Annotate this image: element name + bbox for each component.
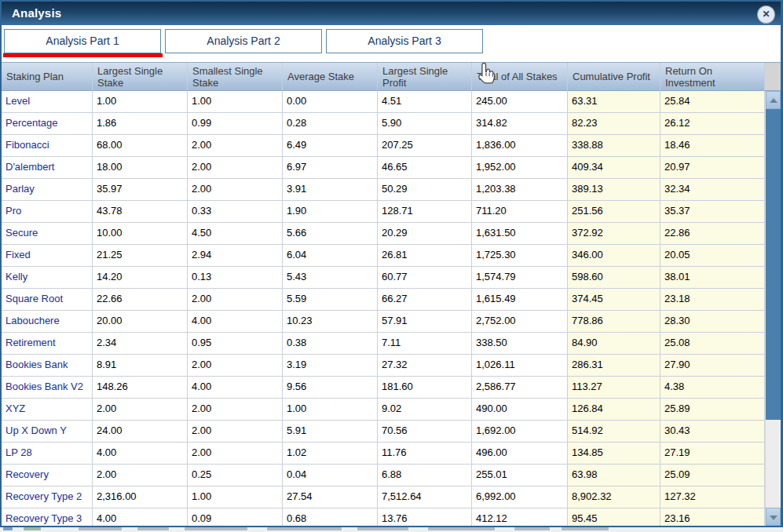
total-of-all-stakes-cell: 314.82 xyxy=(472,113,568,135)
cumulative-profit-cell: 8,902.32 xyxy=(568,486,660,508)
total-of-all-stakes-cell: 338.50 xyxy=(472,333,568,355)
return-on-investment-cell: 28.30 xyxy=(660,311,765,333)
staking-plan-cell: Up X Down Y xyxy=(2,421,93,443)
column-header-total-of-all-stakes[interactable]: Total of All Stakes xyxy=(472,63,568,91)
table-row[interactable]: Bookies Bank V2 148.26 4.00 9.56 181.60 … xyxy=(2,377,765,399)
smallest-single-stake-cell: 0.99 xyxy=(188,113,283,135)
cumulative-profit-cell: 338.88 xyxy=(568,135,660,157)
return-on-investment-cell: 38.01 xyxy=(660,267,765,289)
table-row[interactable]: LP 28 4.00 2.00 1.02 11.76 496.00 134.85… xyxy=(2,443,765,465)
scroll-down-icon xyxy=(770,516,778,520)
return-on-investment-cell: 23.18 xyxy=(660,289,765,311)
largest-single-stake-cell: 18.00 xyxy=(93,157,188,179)
staking-plan-cell: Recovery xyxy=(2,465,93,486)
total-of-all-stakes-cell: 1,631.50 xyxy=(472,223,568,245)
average-stake-cell: 0.38 xyxy=(283,333,378,355)
table-row[interactable]: Labouchere 20.00 4.00 10.23 57.91 2,752.… xyxy=(2,311,765,333)
total-of-all-stakes-cell: 1,692.00 xyxy=(472,421,568,443)
table-row[interactable]: Fixed 21.25 2.94 6.04 26.81 1,725.30 346… xyxy=(2,245,765,267)
largest-single-stake-cell: 2.34 xyxy=(93,333,188,355)
table-row[interactable]: Parlay 35.97 2.00 3.91 50.29 1,203.38 38… xyxy=(2,179,765,201)
scroll-down-button[interactable] xyxy=(766,508,781,526)
column-header-largest-single-stake[interactable]: Largest Single Stake xyxy=(93,63,188,91)
total-of-all-stakes-cell: 1,026.11 xyxy=(472,355,568,377)
smallest-single-stake-cell: 2.00 xyxy=(188,135,283,157)
scrollbar-thumb[interactable] xyxy=(766,109,781,420)
average-stake-cell: 6.49 xyxy=(283,135,378,157)
background-smudge xyxy=(357,527,408,530)
close-button[interactable]: ✕ xyxy=(758,6,774,23)
largest-single-stake-cell: 1.00 xyxy=(93,91,188,113)
smallest-single-stake-cell: 0.09 xyxy=(188,508,283,526)
table-row[interactable]: Recovery Type 3 4.00 0.09 0.68 13.76 412… xyxy=(2,508,765,526)
tab-analysis-part-3[interactable]: Analysis Part 3 xyxy=(326,29,483,53)
smallest-single-stake-cell: 2.94 xyxy=(188,245,283,267)
staking-plan-cell: Bookies Bank V2 xyxy=(2,377,93,399)
table-row[interactable]: Level 1.00 1.00 0.00 4.51 245.00 63.31 2… xyxy=(2,91,765,113)
table-row[interactable]: Fibonacci 68.00 2.00 6.49 207.25 1,836.0… xyxy=(2,135,765,157)
total-of-all-stakes-cell: 6,992.00 xyxy=(472,486,568,508)
return-on-investment-cell: 35.37 xyxy=(660,201,765,223)
largest-single-profit-cell: 4.51 xyxy=(378,91,472,113)
return-on-investment-cell: 20.05 xyxy=(660,245,765,267)
staking-plan-cell: Fibonacci xyxy=(2,135,93,157)
scroll-up-button[interactable] xyxy=(766,91,781,109)
total-of-all-stakes-cell: 1,574.79 xyxy=(472,267,568,289)
staking-plan-cell: Percentage xyxy=(2,113,93,135)
average-stake-cell: 27.54 xyxy=(283,486,378,508)
average-stake-cell: 6.97 xyxy=(283,157,378,179)
largest-single-profit-cell: 70.56 xyxy=(378,421,472,443)
total-of-all-stakes-cell: 496.00 xyxy=(472,443,568,465)
table-row[interactable]: Secure 10.00 4.50 5.66 20.29 1,631.50 37… xyxy=(2,223,765,245)
table-row[interactable]: Up X Down Y 24.00 2.00 5.91 70.56 1,692.… xyxy=(2,421,765,443)
table-row[interactable]: Retirement 2.34 0.95 0.38 7.11 338.50 84… xyxy=(2,333,765,355)
vertical-scrollbar[interactable] xyxy=(765,91,781,526)
table-row[interactable]: Recovery 2.00 0.25 0.04 6.88 255.01 63.9… xyxy=(2,465,765,486)
cumulative-profit-cell: 251.56 xyxy=(568,201,660,223)
return-on-investment-cell: 30.43 xyxy=(660,421,765,443)
smallest-single-stake-cell: 1.00 xyxy=(188,486,283,508)
largest-single-stake-cell: 68.00 xyxy=(93,135,188,157)
background-smudge xyxy=(137,527,169,530)
average-stake-cell: 0.28 xyxy=(283,113,378,135)
cumulative-profit-cell: 372.92 xyxy=(568,223,660,245)
background-smudge xyxy=(24,527,41,530)
tab-analysis-part-1[interactable]: Analysis Part 1 xyxy=(4,29,161,53)
table-row[interactable]: Kelly 14.20 0.13 5.43 60.77 1,574.79 598… xyxy=(2,267,765,289)
cumulative-profit-cell: 598.60 xyxy=(568,267,660,289)
tab-analysis-part-2[interactable]: Analysis Part 2 xyxy=(165,29,322,53)
background-smudge xyxy=(562,527,609,530)
title-bar[interactable]: Analysis ✕ xyxy=(2,2,781,25)
smallest-single-stake-cell: 2.00 xyxy=(188,157,283,179)
table-row[interactable]: Pro 43.78 0.33 1.90 128.71 711.20 251.56… xyxy=(2,201,765,223)
table-row[interactable]: D'alembert 18.00 2.00 6.97 46.65 1,952.0… xyxy=(2,157,765,179)
table-row[interactable]: Square Root 22.66 2.00 5.59 66.27 1,615.… xyxy=(2,289,765,311)
total-of-all-stakes-cell: 1,203.38 xyxy=(472,179,568,201)
table-body: Level 1.00 1.00 0.00 4.51 245.00 63.31 2… xyxy=(2,91,765,526)
return-on-investment-cell: 32.34 xyxy=(660,179,765,201)
column-header-average-stake[interactable]: Average Stake xyxy=(283,63,378,91)
background-smudge xyxy=(79,527,122,530)
smallest-single-stake-cell: 0.25 xyxy=(188,465,283,486)
table-row[interactable]: XYZ 2.00 2.00 1.00 9.02 490.00 126.84 25… xyxy=(2,399,765,421)
table-row[interactable]: Percentage 1.86 0.99 0.28 5.90 314.82 82… xyxy=(2,113,765,135)
staking-plan-cell: Bookies Bank xyxy=(2,355,93,377)
average-stake-cell: 5.43 xyxy=(283,267,378,289)
average-stake-cell: 1.90 xyxy=(283,201,378,223)
smallest-single-stake-cell: 4.00 xyxy=(188,311,283,333)
table-row[interactable]: Recovery Type 2 2,316.00 1.00 27.54 7,51… xyxy=(2,486,765,508)
column-header-largest-single-profit[interactable]: Largest Single Profit xyxy=(378,63,472,91)
column-header-cumulative-profit[interactable]: Cumulative Profit xyxy=(568,63,660,91)
return-on-investment-cell: 20.97 xyxy=(660,157,765,179)
column-header-return-on-investment[interactable]: Return On Investment xyxy=(660,63,765,91)
smallest-single-stake-cell: 0.95 xyxy=(188,333,283,355)
column-header-smallest-single-stake[interactable]: Smallest Single Stake xyxy=(188,63,283,91)
staking-plan-cell: XYZ xyxy=(2,399,93,421)
table-row[interactable]: Bookies Bank 8.91 2.00 3.19 27.32 1,026.… xyxy=(2,355,765,377)
column-header-staking-plan[interactable]: Staking Plan xyxy=(2,63,93,91)
return-on-investment-cell: 22.86 xyxy=(660,223,765,245)
total-of-all-stakes-cell: 2,752.00 xyxy=(472,311,568,333)
return-on-investment-cell: 25.84 xyxy=(660,91,765,113)
largest-single-stake-cell: 43.78 xyxy=(93,201,188,223)
analysis-dialog: Analysis ✕ Analysis Part 1 Analysis Part… xyxy=(0,0,783,527)
